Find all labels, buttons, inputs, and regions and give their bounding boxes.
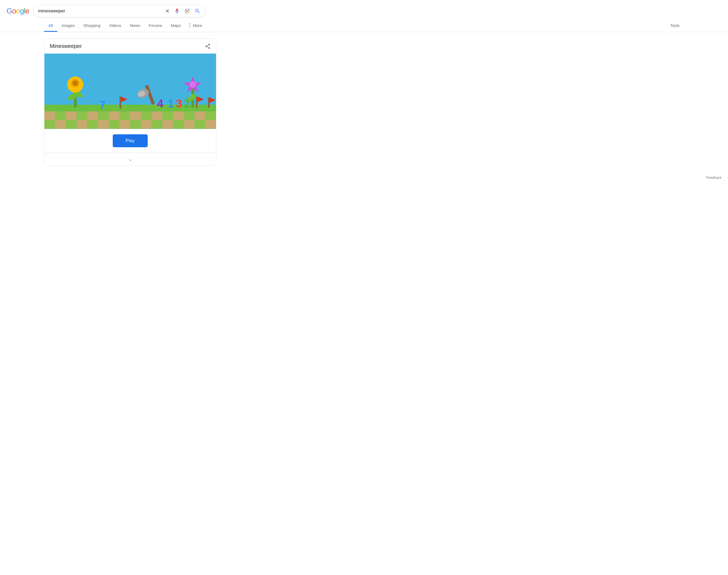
svg-rect-19 — [205, 111, 216, 120]
svg-text:3: 3 — [176, 97, 182, 110]
tab-all[interactable]: All — [44, 20, 57, 32]
svg-text:1: 1 — [168, 97, 174, 110]
play-button-container: Play — [44, 129, 216, 153]
svg-rect-13 — [141, 111, 152, 120]
search-submit-button[interactable] — [194, 7, 201, 14]
game-scene-svg: 4 1 3 2 7 — [44, 54, 216, 129]
feedback-link[interactable]: Feedback — [706, 175, 722, 179]
svg-rect-12 — [130, 111, 141, 120]
svg-rect-14 — [152, 111, 162, 120]
svg-rect-6 — [66, 111, 77, 120]
google-logo: Google — [6, 7, 29, 15]
svg-rect-7 — [77, 111, 87, 120]
svg-rect-21 — [55, 120, 66, 129]
search-nav: All Images Shopping Videos News Forums M… — [0, 20, 728, 32]
voice-search-button[interactable] — [174, 7, 181, 14]
svg-rect-48 — [119, 97, 121, 109]
game-illustration: 4 1 3 2 7 — [44, 54, 216, 129]
svg-point-42 — [73, 80, 78, 86]
main-content: Minesweeper — [0, 32, 728, 172]
svg-rect-26 — [109, 120, 119, 129]
svg-rect-28 — [130, 120, 141, 129]
tab-tools[interactable]: Tools — [666, 20, 684, 32]
minesweeper-card: Minesweeper — [44, 38, 216, 166]
more-dots-icon — [189, 24, 190, 28]
search-icons: ✕ — [165, 7, 201, 15]
svg-point-47 — [189, 81, 196, 88]
svg-rect-35 — [205, 120, 216, 129]
svg-rect-24 — [87, 120, 98, 129]
svg-rect-10 — [109, 111, 119, 120]
feedback-bar: Feedback — [0, 172, 728, 183]
svg-text:2: 2 — [184, 97, 190, 110]
svg-point-1 — [187, 10, 188, 12]
tab-images[interactable]: Images — [57, 20, 79, 32]
tab-more[interactable]: More — [185, 20, 206, 32]
header: Google minesweeper ✕ — [0, 0, 728, 20]
tab-forums[interactable]: Forums — [144, 20, 167, 32]
tab-shopping[interactable]: Shopping — [79, 20, 105, 32]
svg-point-0 — [185, 9, 190, 13]
svg-rect-34 — [194, 120, 205, 129]
expand-section[interactable]: ⌄ — [44, 153, 216, 166]
svg-rect-23 — [77, 120, 87, 129]
chevron-down-icon: ⌄ — [129, 157, 132, 162]
svg-rect-22 — [66, 120, 77, 129]
svg-rect-33 — [184, 120, 194, 129]
svg-rect-15 — [162, 111, 173, 120]
search-input[interactable]: minesweeper — [38, 8, 162, 14]
svg-rect-11 — [119, 111, 130, 120]
svg-rect-5 — [55, 111, 66, 120]
clear-button[interactable]: ✕ — [165, 7, 170, 15]
tab-maps[interactable]: Maps — [167, 20, 185, 32]
svg-rect-30 — [152, 120, 162, 129]
search-bar: minesweeper ✕ — [33, 5, 206, 17]
visual-search-button[interactable] — [184, 7, 191, 14]
svg-rect-32 — [173, 120, 184, 129]
card-header: Minesweeper — [44, 39, 216, 54]
tab-videos[interactable]: Videos — [105, 20, 125, 32]
tab-news[interactable]: News — [125, 20, 144, 32]
svg-rect-29 — [141, 120, 152, 129]
svg-rect-4 — [44, 111, 55, 120]
svg-rect-60 — [208, 97, 210, 108]
svg-rect-31 — [162, 120, 173, 129]
svg-rect-17 — [184, 111, 194, 120]
play-button[interactable]: Play — [113, 134, 148, 147]
svg-rect-25 — [98, 120, 109, 129]
svg-text:4: 4 — [157, 97, 163, 110]
svg-rect-18 — [194, 111, 205, 120]
svg-rect-20 — [44, 120, 55, 129]
game-title: Minesweeper — [50, 43, 82, 49]
svg-rect-16 — [173, 111, 184, 120]
svg-rect-8 — [87, 111, 98, 120]
svg-rect-58 — [196, 97, 197, 108]
svg-rect-27 — [119, 120, 130, 129]
share-button[interactable] — [205, 43, 211, 49]
svg-rect-9 — [98, 111, 109, 120]
svg-text:7: 7 — [99, 99, 105, 111]
svg-rect-3 — [44, 105, 216, 111]
